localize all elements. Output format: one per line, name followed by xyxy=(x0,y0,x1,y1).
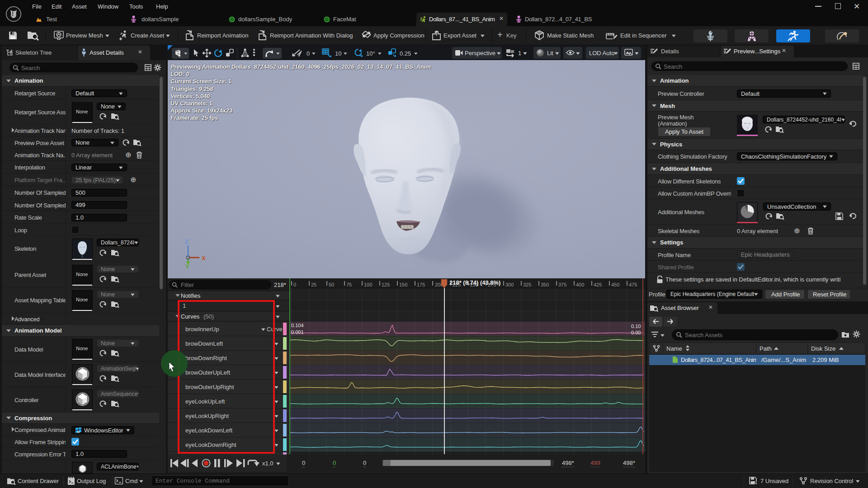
svg-text:Z: Z xyxy=(185,238,189,245)
svg-text:u: u xyxy=(77,429,80,433)
svg-text:Y: Y xyxy=(185,263,189,270)
svg-text:X: X xyxy=(202,255,206,262)
